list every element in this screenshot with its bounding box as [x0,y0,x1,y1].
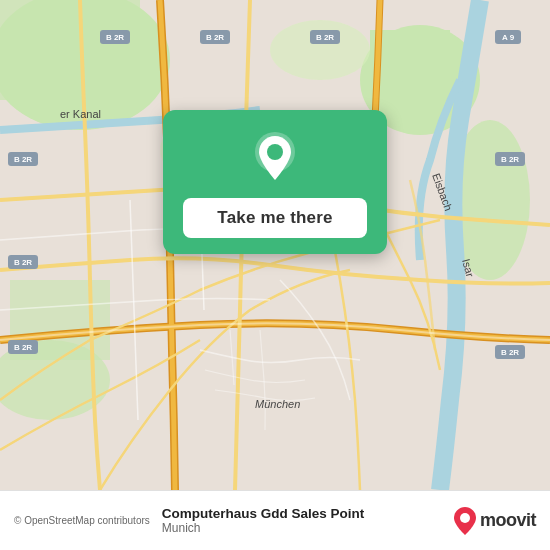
svg-point-34 [267,144,283,160]
svg-text:München: München [255,398,300,410]
location-pin-icon [247,130,303,186]
svg-point-35 [460,513,470,523]
svg-text:er Kanal: er Kanal [60,108,101,120]
navigation-card[interactable]: Take me there [163,110,387,254]
svg-text:B 2R: B 2R [14,258,32,267]
svg-text:B 2R: B 2R [206,33,224,42]
location-city: Munich [162,521,442,535]
svg-text:B 2R: B 2R [106,33,124,42]
svg-text:B 2R: B 2R [14,343,32,352]
svg-text:B 2R: B 2R [501,348,519,357]
moovit-logo: moovit [454,507,536,535]
bottom-bar: © OpenStreetMap contributors Computerhau… [0,490,550,550]
location-info: Computerhaus Gdd Sales Point Munich [150,506,454,535]
svg-rect-2 [0,0,140,100]
take-me-there-button[interactable]: Take me there [183,198,367,238]
location-name: Computerhaus Gdd Sales Point [162,506,442,521]
moovit-logo-icon [454,507,476,535]
map-view: B 2R B 2R B 2R B 2R B 2R B 2R A 9 B 2R B… [0,0,550,490]
attribution-text: © OpenStreetMap contributors [14,515,150,526]
svg-text:B 2R: B 2R [316,33,334,42]
svg-text:B 2R: B 2R [501,155,519,164]
svg-text:A 9: A 9 [502,33,515,42]
svg-point-9 [270,20,370,80]
svg-text:B 2R: B 2R [14,155,32,164]
moovit-text: moovit [480,510,536,531]
